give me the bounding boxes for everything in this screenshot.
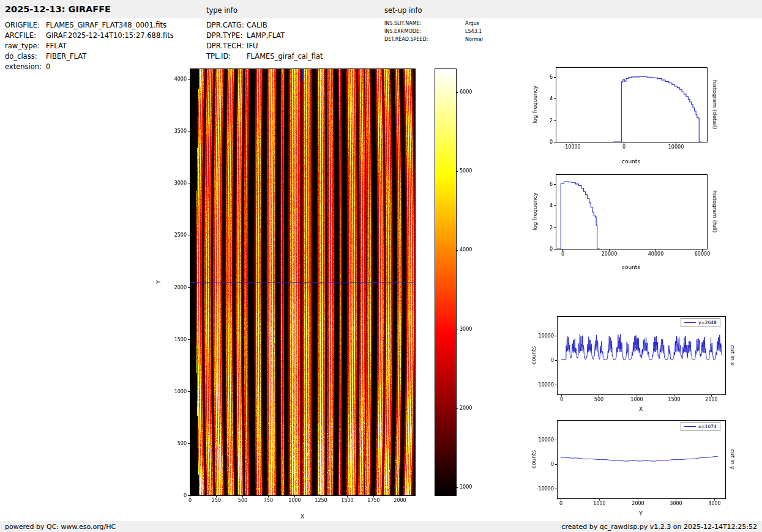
meta-row: DET.READ.SPEED:Normal bbox=[384, 35, 483, 43]
meta-label: INS.EXP.MODE: bbox=[384, 28, 465, 35]
cut-y-legend: x=1074 bbox=[681, 422, 720, 431]
meta-label: raw_type: bbox=[5, 41, 46, 51]
meta-row: INS.SLIT.NAME:Argus bbox=[384, 20, 483, 28]
file-info-block: ORIGFILE:FLAMES_GIRAF_FLAT348_0001.fits … bbox=[5, 20, 174, 72]
meta-value: 0 bbox=[46, 62, 50, 71]
footer-bar: powered by QC: www.eso.org/HC created by… bbox=[0, 521, 762, 532]
hist-detail-right-label: histogram (detail) bbox=[712, 80, 718, 130]
main-ylabel: Y bbox=[155, 280, 162, 284]
meta-value: FFLAT bbox=[46, 42, 67, 50]
meta-label: DET.READ.SPEED: bbox=[384, 35, 465, 43]
hist-full-right-label: histogram (full) bbox=[712, 190, 718, 232]
meta-value: GIRAF.2025-12-14T10:15:27.688.fits bbox=[46, 31, 174, 40]
meta-value: Normal bbox=[465, 37, 483, 42]
page-title: 2025-12-13: GIRAFFE bbox=[5, 4, 111, 14]
cut-y-right-label: cut in y bbox=[730, 449, 736, 469]
main-xlabel: X bbox=[301, 514, 304, 520]
meta-value: FIBER_FLAT bbox=[46, 52, 86, 61]
cut-x-legend: y=2048 bbox=[681, 318, 720, 327]
legend-line-icon bbox=[684, 322, 696, 323]
histogram-full-canvas bbox=[520, 165, 731, 278]
cut-x-ylabel: counts bbox=[531, 346, 537, 364]
meta-value: CALIB bbox=[247, 21, 267, 29]
meta-label: do_class: bbox=[5, 51, 46, 62]
meta-label: INS.SLIT.NAME: bbox=[384, 20, 465, 28]
hist-detail-ylabel: log frequency bbox=[532, 86, 538, 124]
cut-y-xlabel: Y bbox=[639, 511, 643, 517]
hist-detail-xlabel: counts bbox=[622, 158, 640, 164]
meta-row: DPR.TYPE:LAMP,FLAT bbox=[206, 31, 323, 41]
meta-label: extension: bbox=[5, 62, 46, 72]
meta-value: FLAMES_giraf_cal_flat bbox=[247, 52, 323, 61]
meta-row: ORIGFILE:FLAMES_GIRAF_FLAT348_0001.fits bbox=[5, 20, 174, 31]
header-bar: 2025-12-13: GIRAFFE type info set-up inf… bbox=[0, 0, 762, 18]
cut-y-legend-label: x=1074 bbox=[698, 424, 717, 429]
type-info-block: DPR.CATG:CALIB DPR.TYPE:LAMP,FLAT DPR.TE… bbox=[206, 20, 323, 62]
hist-full-ylabel: log frequency bbox=[532, 193, 538, 231]
meta-value: LAMP,FLAT bbox=[247, 31, 285, 40]
meta-row: TPL.ID:FLAMES_giraf_cal_flat bbox=[206, 51, 323, 62]
meta-row: DPR.TECH:IFU bbox=[206, 41, 323, 51]
meta-value: IFU bbox=[247, 42, 258, 50]
meta-label: ORIGFILE: bbox=[5, 20, 46, 31]
cut-y-ylabel: counts bbox=[531, 450, 537, 468]
hist-full-xlabel: counts bbox=[622, 264, 640, 270]
main-figure-canvas bbox=[153, 61, 487, 514]
meta-label: DPR.TECH: bbox=[206, 41, 247, 51]
meta-label: ARCFILE: bbox=[5, 31, 46, 41]
meta-row: raw_type:FFLAT bbox=[5, 41, 174, 51]
meta-value: L543.1 bbox=[465, 29, 482, 34]
meta-value: FLAMES_GIRAF_FLAT348_0001.fits bbox=[46, 21, 166, 29]
meta-value: Argus bbox=[465, 21, 479, 26]
histogram-detail-canvas bbox=[520, 58, 731, 171]
cut-x-legend-label: y=2048 bbox=[698, 320, 717, 325]
setup-info-block: INS.SLIT.NAME:Argus INS.EXP.MODE:L543.1 … bbox=[384, 20, 483, 43]
meta-row: do_class:FIBER_FLAT bbox=[5, 51, 174, 62]
legend-line-icon bbox=[684, 426, 696, 427]
meta-row: ARCFILE:GIRAF.2025-12-14T10:15:27.688.fi… bbox=[5, 31, 174, 41]
meta-label: TPL.ID: bbox=[206, 51, 247, 62]
cut-x-right-label: cut in x bbox=[730, 345, 736, 365]
footer-left-text: powered by QC: www.eso.org/HC bbox=[5, 523, 116, 531]
meta-row: DPR.CATG:CALIB bbox=[206, 20, 323, 31]
footer-right-text: created by qc_rawdisp.py v1.2.3 on 2025-… bbox=[561, 523, 757, 531]
setup-info-heading: set-up info bbox=[384, 6, 422, 15]
meta-row: INS.EXP.MODE:L543.1 bbox=[384, 28, 483, 35]
meta-row: extension:0 bbox=[5, 62, 174, 72]
meta-label: DPR.TYPE: bbox=[206, 31, 247, 41]
meta-label: DPR.CATG: bbox=[206, 20, 247, 31]
type-info-heading: type info bbox=[206, 6, 237, 15]
